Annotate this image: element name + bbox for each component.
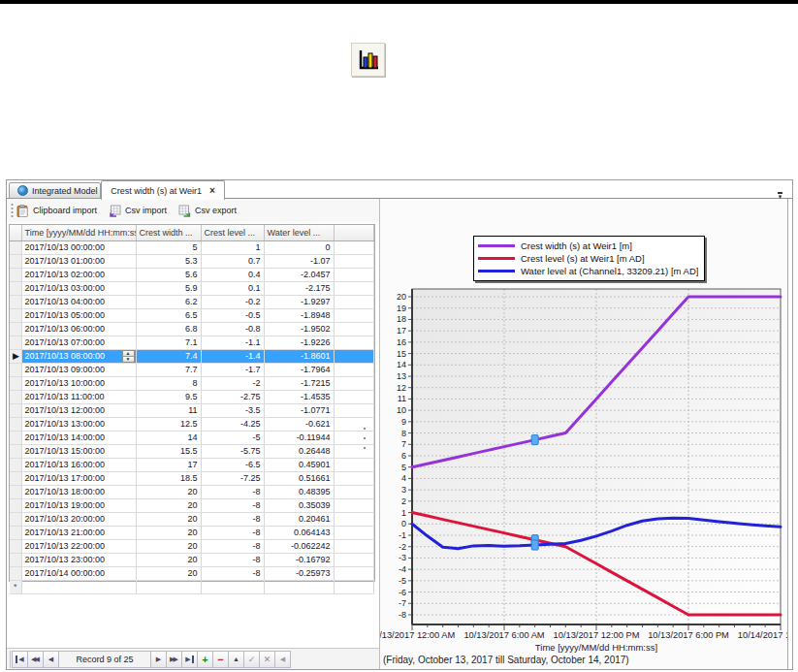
table-row[interactable]: 2017/10/13 23:00:0020-8-0.16792 bbox=[10, 553, 374, 566]
value-cell[interactable]: 0.48395 bbox=[264, 485, 334, 498]
time-cell[interactable]: 2017/10/13 11:00:00 bbox=[21, 390, 136, 403]
time-cell[interactable]: 2017/10/13 10:00:00 bbox=[21, 376, 136, 390]
time-cell[interactable]: 2017/10/13 00:00:00 bbox=[21, 240, 136, 254]
csv-import-button[interactable]: Csv import bbox=[109, 205, 167, 217]
time-cell[interactable]: 2017/10/13 23:00:00 bbox=[21, 553, 136, 566]
value-cell[interactable]: -5.75 bbox=[201, 444, 264, 458]
time-cell[interactable]: 2017/10/13 13:00:00 bbox=[21, 417, 136, 431]
panel-splitter-handle[interactable] bbox=[363, 424, 367, 449]
table-row[interactable]: 2017/10/13 10:00:008-2-1.7215 bbox=[10, 376, 374, 390]
value-cell[interactable]: -1.07 bbox=[264, 254, 334, 268]
table-row[interactable]: 2017/10/13 19:00:0020-80.35039 bbox=[10, 498, 374, 512]
value-cell[interactable]: -7.25 bbox=[201, 471, 264, 485]
time-cell[interactable]: 2017/10/13 08:00:00▲▼ bbox=[21, 349, 136, 363]
value-cell[interactable]: 18.5 bbox=[136, 471, 201, 485]
value-cell[interactable]: 6.8 bbox=[136, 322, 201, 336]
time-spinner[interactable]: ▲▼ bbox=[122, 350, 135, 362]
value-cell[interactable]: 20 bbox=[136, 553, 201, 566]
close-icon[interactable]: × bbox=[209, 186, 215, 195]
column-header[interactable]: Time [yyyy/MM/dd HH:mm:ss] bbox=[21, 225, 136, 240]
table-row[interactable]: 2017/10/13 11:00:009.5-2.75-1.4535 bbox=[10, 390, 374, 403]
value-cell[interactable]: 0.45901 bbox=[264, 458, 334, 471]
value-cell[interactable]: 17 bbox=[136, 458, 201, 471]
value-cell[interactable]: -8 bbox=[201, 539, 264, 553]
value-cell[interactable]: -0.621 bbox=[264, 417, 334, 431]
value-cell[interactable]: 9.5 bbox=[136, 390, 201, 403]
value-cell[interactable]: -0.16792 bbox=[264, 553, 334, 566]
value-cell[interactable]: 6.2 bbox=[136, 295, 201, 308]
table-row[interactable]: 2017/10/13 18:00:0020-80.48395 bbox=[10, 485, 374, 498]
value-cell[interactable]: 7.1 bbox=[136, 336, 201, 349]
value-cell[interactable]: 5.6 bbox=[136, 268, 201, 281]
time-cell[interactable]: 2017/10/13 09:00:00 bbox=[21, 363, 136, 376]
time-cell[interactable]: 2017/10/13 12:00:00 bbox=[21, 403, 136, 417]
table-row[interactable]: 2017/10/13 20:00:0020-80.20461 bbox=[10, 512, 374, 526]
value-cell[interactable]: -8 bbox=[201, 498, 264, 512]
value-cell[interactable]: 6.5 bbox=[136, 308, 201, 322]
value-cell[interactable]: -5 bbox=[201, 431, 264, 444]
prev-page-button[interactable]: ◀◀ bbox=[27, 651, 44, 668]
value-cell[interactable]: 0.4 bbox=[201, 268, 264, 281]
value-cell[interactable]: -1.7215 bbox=[264, 376, 334, 390]
value-cell[interactable]: 15.5 bbox=[136, 444, 201, 458]
value-cell[interactable]: 20 bbox=[136, 498, 201, 512]
value-cell[interactable]: 14 bbox=[136, 431, 201, 444]
table-row[interactable]: 2017/10/13 07:00:007.1-1.1-1.9226 bbox=[10, 336, 374, 349]
value-cell[interactable]: -2 bbox=[201, 376, 264, 390]
next-page-button[interactable]: ▶▶ bbox=[166, 651, 182, 668]
value-cell[interactable]: 20 bbox=[136, 512, 201, 526]
toolbar-grip-handle[interactable] bbox=[11, 203, 14, 218]
table-row[interactable]: 2017/10/14 00:00:0020-8-0.25973 bbox=[10, 566, 374, 580]
time-cell[interactable]: 2017/10/13 04:00:00 bbox=[21, 295, 136, 308]
post-edit-button[interactable]: ✓ bbox=[243, 651, 260, 668]
value-cell[interactable]: 0 bbox=[264, 240, 334, 254]
value-cell[interactable]: -8 bbox=[201, 566, 264, 580]
value-cell[interactable]: -1.8948 bbox=[264, 308, 334, 322]
value-cell[interactable]: 20 bbox=[136, 539, 201, 553]
value-cell[interactable]: -0.062242 bbox=[264, 539, 334, 553]
time-cell[interactable]: 2017/10/13 14:00:00 bbox=[21, 431, 136, 444]
value-cell[interactable]: 5 bbox=[136, 240, 201, 254]
time-cell[interactable]: 2017/10/13 16:00:00 bbox=[21, 458, 136, 471]
append-record-button[interactable]: + bbox=[197, 651, 213, 668]
time-cell[interactable]: 2017/10/13 17:00:00 bbox=[21, 471, 136, 485]
value-cell[interactable]: -1.4535 bbox=[264, 390, 334, 403]
last-record-button[interactable]: ▶ bbox=[181, 651, 198, 668]
value-cell[interactable]: -8 bbox=[201, 553, 264, 566]
edit-record-button[interactable]: ▲ bbox=[228, 651, 244, 668]
delete-record-button[interactable]: − bbox=[212, 651, 229, 668]
value-cell[interactable]: -3.5 bbox=[201, 403, 264, 417]
value-cell[interactable]: 20 bbox=[136, 566, 201, 580]
value-cell[interactable]: 8 bbox=[136, 376, 201, 390]
next-record-button[interactable]: ▶ bbox=[150, 651, 167, 668]
value-cell[interactable]: -1.7964 bbox=[264, 363, 334, 376]
time-cell[interactable]: 2017/10/13 06:00:00 bbox=[21, 322, 136, 336]
table-row[interactable]: 2017/10/13 13:00:0012.5-4.25-0.621 bbox=[10, 417, 374, 431]
value-cell[interactable]: 0.7 bbox=[201, 254, 264, 268]
table-row[interactable]: 2017/10/13 14:00:0014-5-0.11944 bbox=[10, 431, 374, 444]
value-cell[interactable]: -4.25 bbox=[201, 417, 264, 431]
value-cell[interactable]: 5.9 bbox=[136, 281, 201, 295]
table-row[interactable]: 2017/10/13 01:00:005.30.7-1.07 bbox=[10, 254, 374, 268]
clipboard-import-button[interactable]: Clipboard import bbox=[16, 205, 97, 217]
value-cell[interactable]: -2.175 bbox=[264, 281, 334, 295]
value-cell[interactable]: -8 bbox=[201, 512, 264, 526]
table-row[interactable]: 2017/10/13 21:00:0020-80.064143 bbox=[10, 526, 374, 539]
table-row[interactable]: 2017/10/13 04:00:006.2-0.2-1.9297 bbox=[10, 295, 374, 308]
value-cell[interactable]: -1.7 bbox=[201, 363, 264, 376]
value-cell[interactable]: -1.9226 bbox=[264, 336, 334, 349]
value-cell[interactable]: -0.8 bbox=[201, 322, 264, 336]
selected-point-marker[interactable] bbox=[531, 435, 538, 445]
value-cell[interactable]: -8 bbox=[201, 485, 264, 498]
value-cell[interactable]: -2.75 bbox=[201, 390, 264, 403]
column-header[interactable]: Water level ... bbox=[264, 225, 334, 240]
table-row[interactable]: 2017/10/13 12:00:0011-3.5-1.0771 bbox=[10, 403, 374, 417]
value-cell[interactable]: -1.4 bbox=[201, 349, 264, 363]
cancel-edit-button[interactable]: ✕ bbox=[259, 651, 275, 668]
time-cell[interactable]: 2017/10/13 15:00:00 bbox=[21, 444, 136, 458]
value-cell[interactable]: -1.8601 bbox=[264, 349, 334, 363]
value-cell[interactable]: 0.51661 bbox=[264, 471, 334, 485]
new-row[interactable]: * bbox=[10, 580, 374, 593]
spin-down-icon[interactable]: ▼ bbox=[123, 356, 134, 362]
value-cell[interactable]: 0.1 bbox=[201, 281, 264, 295]
